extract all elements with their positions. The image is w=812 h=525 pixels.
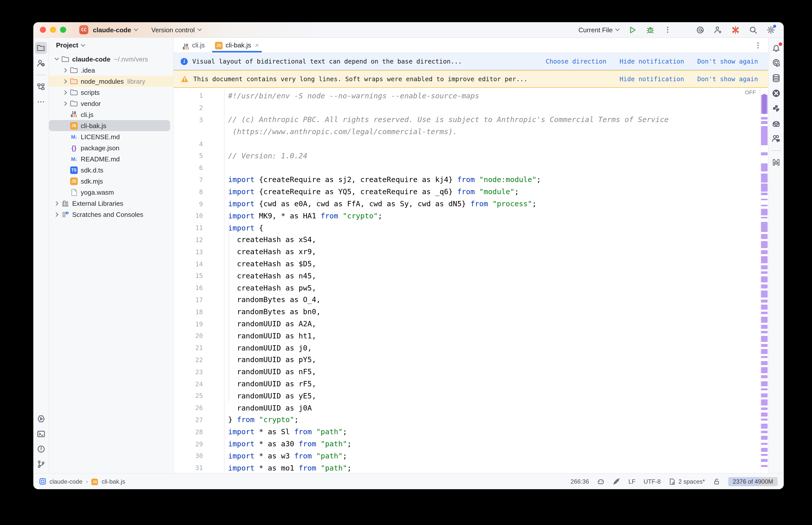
line-separator-widget[interactable]: LF: [628, 478, 635, 485]
copilot-status-icon[interactable]: [597, 478, 605, 485]
terminal-tool-button[interactable]: [35, 427, 47, 440]
tab-cli-js[interactable]: 100JS cli.js: [178, 38, 210, 52]
tree-item-yoga-wasm[interactable]: yoga.wasm: [49, 186, 173, 198]
vcs-change-mark: [761, 222, 768, 232]
line-number: 4: [174, 140, 203, 148]
code-lines: 1 #!/usr/bin/env -S node --no-warnings -…: [174, 90, 760, 473]
chevron-down-icon[interactable]: [53, 58, 61, 61]
line-number: 29: [174, 440, 203, 448]
structure-tool-button[interactable]: [35, 81, 47, 93]
settings-gear-icon[interactable]: [766, 25, 776, 35]
problems-tool-button[interactable]: [35, 443, 47, 455]
ai-assistant-icon[interactable]: [770, 57, 782, 69]
debug-button[interactable]: [645, 25, 655, 35]
search-everywhere-icon[interactable]: [748, 25, 758, 35]
vcs-change-mark: [761, 152, 768, 155]
highlighting-off-icon[interactable]: [612, 478, 620, 485]
chevron-right-icon[interactable]: [62, 79, 69, 84]
tree-item-readme-md[interactable]: M↓ README.md: [49, 153, 173, 164]
tree-item-node-modules[interactable]: node_moduleslibrary: [49, 76, 173, 87]
tree-item-sdk-d-ts[interactable]: TS sdk.d.ts: [49, 164, 173, 176]
vcs-change-mark: [761, 117, 768, 120]
chevron-right-icon[interactable]: [62, 68, 69, 72]
tree-item-label: .idea: [81, 66, 95, 74]
folder-icon: [69, 66, 79, 74]
scrollbar-thumb[interactable]: [762, 94, 767, 114]
indent-widget[interactable]: 2 spaces*: [669, 478, 705, 485]
line-number: 11: [174, 224, 203, 231]
tree-item-scratches-and-consoles[interactable]: Scratches and Consoles: [49, 209, 173, 220]
caret-position-widget[interactable]: 266:36: [571, 478, 589, 485]
tree-item-claude-code[interactable]: claude-code~/.nvm/vers: [49, 54, 173, 64]
run-button[interactable]: [627, 25, 637, 35]
readonly-lock-icon[interactable]: [713, 478, 720, 485]
line-number: 14: [174, 260, 203, 268]
copilot-robot-icon[interactable]: [770, 118, 782, 130]
tree-item--idea[interactable]: .idea: [49, 64, 173, 76]
banner-link[interactable]: Hide notification: [619, 58, 684, 65]
tree-item-external-libraries[interactable]: External Libraries: [49, 198, 173, 209]
banner-link[interactable]: Hide notification: [619, 75, 684, 83]
tab-options-kebab-icon[interactable]: [754, 41, 768, 49]
mention-icon[interactable]: [695, 25, 705, 35]
project-menu[interactable]: claude-code: [93, 26, 138, 33]
long-lines-banner: This document contains very long lines. …: [174, 70, 768, 88]
more-actions-kebab-icon[interactable]: [663, 25, 673, 35]
breadcrumb-file[interactable]: cli-bak.js: [102, 478, 125, 485]
vcs-change-mark: [761, 174, 768, 183]
run-configuration-selector[interactable]: Current File: [578, 26, 620, 33]
add-user-icon[interactable]: [712, 25, 723, 35]
tree-item-cli-bak-js[interactable]: JS cli-bak.js: [49, 120, 173, 131]
markdown-m-icon[interactable]: [770, 156, 782, 168]
tree-item-sdk-mjs[interactable]: JS sdk.mjs: [49, 176, 173, 186]
banner-link[interactable]: Choose direction: [546, 58, 606, 65]
tab-cli-bak-js[interactable]: JS cli-bak.js ×: [210, 38, 264, 52]
database-icon[interactable]: [770, 72, 782, 84]
chevron-right-icon[interactable]: [62, 101, 69, 106]
project-panel-header[interactable]: Project: [49, 38, 173, 52]
encoding-widget[interactable]: UTF-8: [644, 478, 661, 485]
code-line: 17 randomBytes as O_4,: [174, 294, 760, 306]
breadcrumb-project[interactable]: claude-code: [49, 478, 83, 485]
vcs-change-mark: [761, 284, 768, 288]
vcs-change-mark: [761, 126, 768, 145]
banner-link[interactable]: Don't show again: [697, 58, 758, 65]
vcs-menu[interactable]: Version control: [151, 26, 202, 33]
chevron-right-icon[interactable]: [53, 201, 61, 206]
vcs-change-mark: [761, 290, 768, 298]
tree-item-scripts[interactable]: scripts: [49, 87, 173, 98]
chevron-right-icon[interactable]: [62, 90, 69, 94]
code-line: 19 randomUUID as A2A,: [174, 318, 760, 330]
close-window-button[interactable]: [40, 27, 46, 33]
x-circle-icon[interactable]: [770, 87, 782, 99]
plugins-icon[interactable]: [770, 102, 782, 115]
asterisk-plugin-icon[interactable]: [730, 25, 740, 35]
code-editor[interactable]: OFF 1 #!/usr/bin/env -S node --no-warnin…: [174, 88, 768, 473]
line-number: 23: [174, 368, 203, 375]
editor-scrollbar-stripe[interactable]: [760, 88, 768, 473]
chevron-right-icon[interactable]: [53, 212, 61, 216]
run-tool-button[interactable]: [35, 412, 47, 425]
tree-item-package-json[interactable]: {} package.json: [49, 142, 173, 153]
close-tab-icon[interactable]: ×: [255, 41, 259, 49]
js-icon: JS: [215, 41, 223, 49]
tree-item-label: Scratches and Consoles: [72, 211, 143, 218]
banner-link[interactable]: Don't show again: [697, 75, 758, 83]
code-with-me-icon[interactable]: [770, 133, 782, 145]
tab-label: cli.js: [192, 41, 205, 49]
minimize-window-button[interactable]: [50, 27, 56, 33]
notifications-bell-icon[interactable]: [770, 42, 782, 54]
code-line: 13 createHash as xr9,: [174, 246, 760, 258]
more-tools-button[interactable]: [35, 96, 47, 108]
tree-item-vendor[interactable]: vendor: [49, 98, 173, 109]
vcs-change-mark: [761, 300, 768, 303]
memory-indicator[interactable]: 2376 of 4900M: [728, 477, 778, 486]
project-tool-button[interactable]: [35, 42, 47, 54]
vcs-tool-button[interactable]: ?: [35, 57, 47, 69]
maximize-window-button[interactable]: [60, 27, 66, 33]
ts-icon: TS: [69, 166, 79, 174]
tree-item-license-md[interactable]: M↓ LICENSE.md: [49, 131, 173, 142]
vcs-change-mark: [761, 361, 768, 365]
tree-item-cli-js[interactable]: 100JS cli.js: [49, 109, 173, 120]
git-tool-button[interactable]: [35, 458, 47, 470]
